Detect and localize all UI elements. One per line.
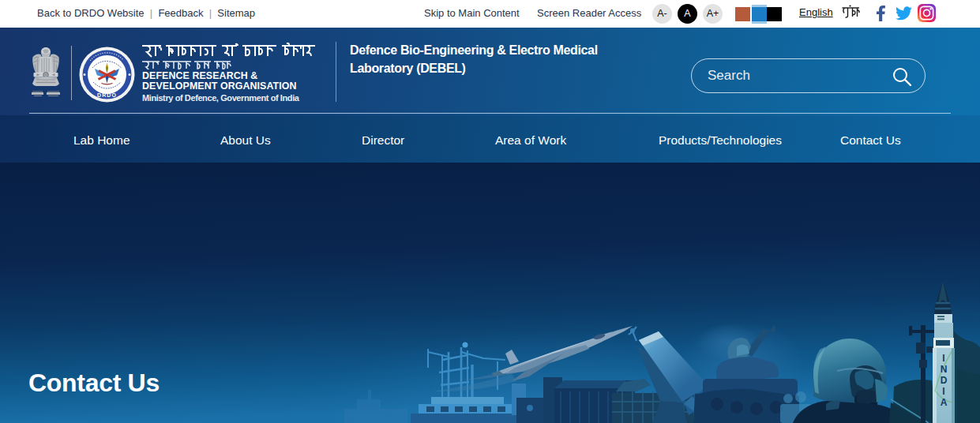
svg-text:I: I bbox=[942, 353, 944, 364]
svg-text:D: D bbox=[941, 375, 948, 386]
svg-text:I: I bbox=[942, 386, 944, 397]
svg-text:A: A bbox=[941, 397, 948, 408]
svg-text:DRDO: DRDO bbox=[97, 92, 117, 98]
svg-text:N: N bbox=[941, 364, 948, 375]
